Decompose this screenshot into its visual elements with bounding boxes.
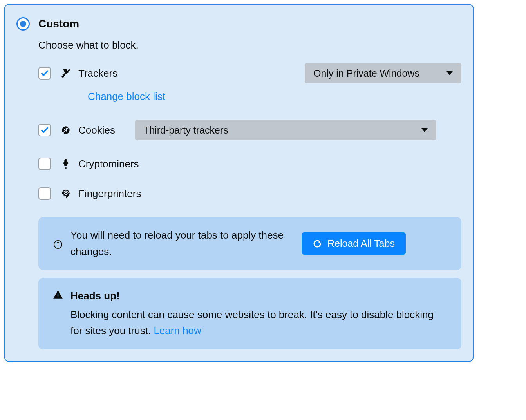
svg-point-10	[58, 242, 58, 243]
cookies-select-value: Third-party trackers	[143, 125, 228, 136]
panel-title: Custom	[38, 18, 79, 30]
trackers-checkbox[interactable]	[38, 67, 51, 80]
svg-point-3	[66, 130, 67, 132]
reload-icon	[313, 239, 322, 248]
reload-all-tabs-button[interactable]: Reload All Tabs	[302, 232, 406, 255]
chevron-down-icon	[421, 128, 428, 132]
panel-description: Choose what to block.	[38, 39, 461, 51]
svg-point-2	[64, 129, 65, 130]
svg-rect-11	[58, 293, 58, 296]
trackers-select[interactable]: Only in Private Windows	[305, 63, 461, 83]
change-block-list-link[interactable]: Change block list	[88, 91, 165, 102]
fingerprinters-icon	[60, 187, 72, 200]
svg-point-12	[58, 297, 59, 298]
trackers-label: Trackers	[78, 67, 117, 80]
learn-how-link[interactable]: Learn how	[154, 325, 201, 337]
chevron-down-icon	[446, 71, 453, 75]
svg-rect-7	[65, 167, 67, 169]
warning-icon	[52, 290, 64, 300]
cookies-checkbox[interactable]	[38, 124, 51, 136]
reload-button-label: Reload All Tabs	[327, 238, 395, 249]
warning-body: Blocking content can cause some websites…	[70, 309, 434, 337]
cookies-select[interactable]: Third-party trackers	[135, 120, 436, 140]
cryptominers-checkbox[interactable]	[38, 158, 51, 170]
trackers-icon	[60, 67, 72, 80]
warning-heading: Heads up!	[70, 288, 448, 304]
fingerprinters-checkbox[interactable]	[38, 187, 51, 200]
fingerprinters-label: Fingerprinters	[78, 188, 141, 200]
cryptominers-label: Cryptominers	[78, 158, 139, 170]
cookies-label: Cookies	[78, 124, 115, 136]
svg-rect-6	[65, 159, 67, 160]
reload-notice: You will need to reload your tabs to app…	[38, 217, 461, 270]
cookies-icon	[60, 124, 72, 136]
custom-blocking-panel: Custom Choose what to block. Trackers On…	[4, 4, 474, 362]
cryptominers-icon	[60, 158, 72, 170]
trackers-select-value: Only in Private Windows	[313, 68, 419, 79]
warning-notice: Heads up! Blocking content can cause som…	[38, 278, 461, 349]
reload-notice-text: You will need to reload your tabs to app…	[70, 227, 290, 260]
custom-radio[interactable]	[16, 17, 30, 31]
info-icon	[52, 240, 64, 249]
